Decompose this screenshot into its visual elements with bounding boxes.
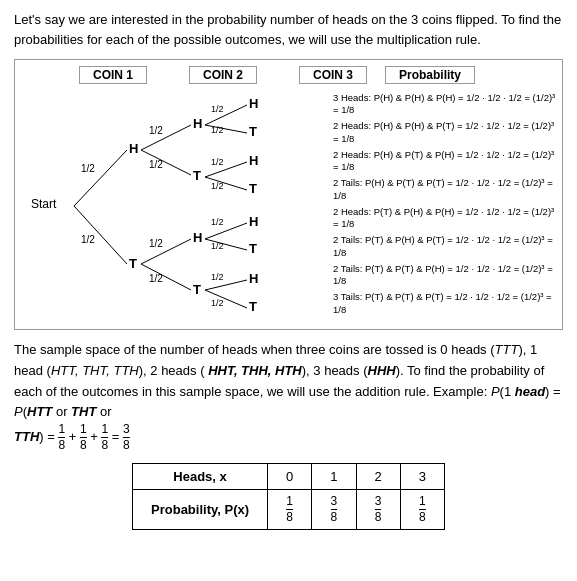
svg-text:1/2: 1/2: [211, 104, 224, 114]
svg-text:T: T: [193, 168, 201, 183]
svg-line-1: [74, 150, 127, 206]
svg-text:H: H: [249, 214, 258, 229]
svg-text:1/2: 1/2: [149, 273, 163, 284]
svg-text:1/2: 1/2: [211, 125, 224, 135]
svg-text:T: T: [249, 241, 257, 256]
svg-text:1/2: 1/2: [149, 159, 163, 170]
prob-row-4: 2 Tails: P(H) & P(T) & P(T) = 1/2 · 1/2 …: [333, 177, 558, 202]
sample-space-section: The sample space of the number of heads …: [14, 340, 563, 453]
svg-text:T: T: [249, 124, 257, 139]
coin2-header: COIN 2: [189, 66, 257, 84]
table-prob-0: 18: [268, 489, 312, 529]
table-cell-2: 2: [356, 463, 400, 489]
table-header-prob: Probability, P(x): [133, 489, 268, 529]
svg-text:H: H: [193, 116, 202, 131]
probability-header: Probability: [385, 66, 475, 84]
svg-text:H: H: [249, 271, 258, 286]
svg-text:1/2: 1/2: [149, 238, 163, 249]
coin-flip-diagram: COIN 1 COIN 2 COIN 3 Probability Start 1…: [14, 59, 563, 330]
table-prob-3: 18: [400, 489, 444, 529]
svg-text:T: T: [129, 256, 137, 271]
svg-text:1/2: 1/2: [211, 272, 224, 282]
svg-text:1/2: 1/2: [149, 125, 163, 136]
sample-space-text: The sample space of the number of heads …: [14, 340, 563, 423]
probability-table: Heads, x 0 1 2 3 Probability, P(x) 18 38…: [132, 463, 445, 530]
svg-text:H: H: [249, 96, 258, 111]
svg-text:H: H: [249, 153, 258, 168]
prob-row-7: 2 Tails: P(T) & P(T) & P(H) = 1/2 · 1/2 …: [333, 263, 558, 288]
prob-row-5: 2 Heads: P(T) & P(H) & P(H) = 1/2 · 1/2 …: [333, 206, 558, 231]
coin3-header: COIN 3: [299, 66, 367, 84]
svg-text:1/2: 1/2: [211, 217, 224, 227]
svg-text:T: T: [249, 299, 257, 314]
table-prob-1: 38: [312, 489, 356, 529]
table-cell-0: 0: [268, 463, 312, 489]
svg-text:Start: Start: [31, 197, 57, 211]
svg-text:1/2: 1/2: [81, 234, 95, 245]
svg-text:H: H: [193, 230, 202, 245]
table-cell-1: 1: [312, 463, 356, 489]
svg-text:1/2: 1/2: [211, 241, 224, 251]
fraction-equation: TTH) = 18 + 18 + 18 = 38: [14, 423, 563, 452]
coin1-header: COIN 1: [79, 66, 147, 84]
probability-area: 3 Heads: P(H) & P(H) & P(H) = 1/2 · 1/2 …: [329, 88, 558, 318]
diagram-body: Start 1/2 1/2 H T 1/2 1/2 H T: [19, 88, 558, 323]
svg-text:H: H: [129, 141, 138, 156]
svg-text:1/2: 1/2: [211, 298, 224, 308]
prob-row-2: 2 Heads: P(H) & P(H) & P(T) = 1/2 · 1/2 …: [333, 120, 558, 145]
prob-row-6: 2 Tails: P(T) & P(H) & P(T) = 1/2 · 1/2 …: [333, 234, 558, 259]
prob-row-1: 3 Heads: P(H) & P(H) & P(H) = 1/2 · 1/2 …: [333, 92, 558, 117]
svg-text:1/2: 1/2: [211, 157, 224, 167]
intro-paragraph: Let's say we are interested in the proba…: [14, 10, 563, 49]
svg-text:T: T: [193, 282, 201, 297]
table-cell-3: 3: [400, 463, 444, 489]
prob-row-8: 3 Tails: P(T) & P(T) & P(T) = 1/2 · 1/2 …: [333, 291, 558, 316]
tree-svg: Start 1/2 1/2 H T 1/2 1/2 H T: [19, 88, 329, 323]
svg-text:1/2: 1/2: [211, 181, 224, 191]
svg-text:T: T: [249, 181, 257, 196]
svg-text:1/2: 1/2: [81, 163, 95, 174]
table-header-heads: Heads, x: [133, 463, 268, 489]
prob-row-3: 2 Heads: P(H) & P(T) & P(H) = 1/2 · 1/2 …: [333, 149, 558, 174]
table-prob-2: 38: [356, 489, 400, 529]
